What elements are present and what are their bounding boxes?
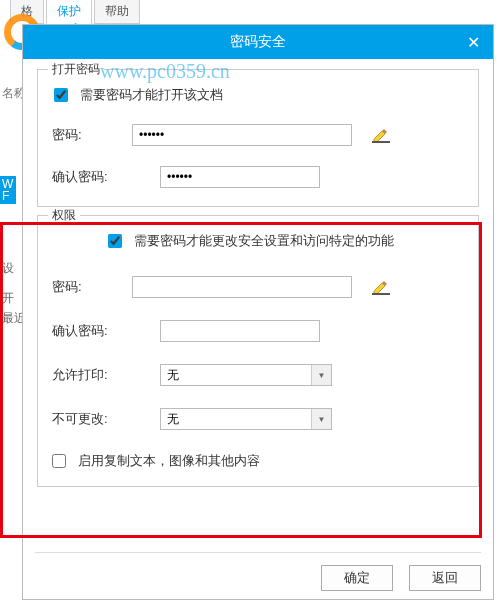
- back-button[interactable]: 返回: [409, 565, 481, 591]
- bg-text-2: 开: [2, 290, 14, 307]
- edit-password-icon[interactable]: [372, 127, 390, 143]
- require-open-password-label: 需要密码才能打开该文档: [80, 87, 223, 102]
- chevron-down-icon: ▼: [311, 409, 331, 429]
- open-password-group: 打开密码 需要密码才能打开该文档 密码: 确认密码:: [37, 69, 479, 207]
- perm-password-label: 密码:: [52, 278, 132, 296]
- open-password-input[interactable]: [132, 124, 352, 146]
- require-perm-password-label: 需要密码才能更改安全设置和访问特定的功能: [134, 233, 394, 248]
- svg-rect-1: [372, 293, 390, 295]
- enable-copy-label: 启用复制文本，图像和其他内容: [78, 453, 260, 468]
- dialog-title: 密码安全: [230, 33, 286, 51]
- bg-text-1: 设: [2, 260, 14, 277]
- ok-button[interactable]: 确定: [321, 565, 393, 591]
- bg-blue-badge: WF: [0, 176, 16, 204]
- allow-print-value[interactable]: [160, 364, 332, 386]
- svg-rect-0: [372, 141, 390, 143]
- no-change-value[interactable]: [160, 408, 332, 430]
- perm-password-input[interactable]: [132, 276, 352, 298]
- open-confirm-label: 确认密码:: [52, 168, 132, 186]
- chevron-down-icon: ▼: [311, 365, 331, 385]
- edit-perm-password-icon[interactable]: [372, 279, 390, 295]
- allow-print-label: 允许打印:: [52, 366, 148, 384]
- allow-print-select[interactable]: ▼: [160, 364, 332, 386]
- require-open-password-checkbox[interactable]: [54, 88, 68, 102]
- titlebar: 密码安全 ✕: [23, 25, 493, 59]
- enable-copy-checkbox[interactable]: [52, 454, 66, 468]
- open-password-label: 密码:: [52, 126, 132, 144]
- perm-group-title: 权限: [48, 207, 80, 224]
- require-perm-password-checkbox[interactable]: [108, 234, 122, 248]
- perm-confirm-input[interactable]: [160, 320, 320, 342]
- open-confirm-input[interactable]: [160, 166, 320, 188]
- perm-confirm-label: 确认密码:: [52, 322, 132, 340]
- dialog-footer: 确定 返回: [35, 552, 481, 591]
- no-change-label: 不可更改:: [52, 410, 148, 428]
- open-group-title: 打开密码: [48, 61, 104, 78]
- permission-group: 权限 需要密码才能更改安全设置和访问特定的功能 密码: 确认密码: 允许打印:: [37, 215, 479, 487]
- no-change-select[interactable]: ▼: [160, 408, 332, 430]
- close-button[interactable]: ✕: [453, 25, 493, 59]
- password-security-dialog: 密码安全 ✕ 打开密码 需要密码才能打开该文档 密码: 确认密码: 权限: [22, 24, 494, 600]
